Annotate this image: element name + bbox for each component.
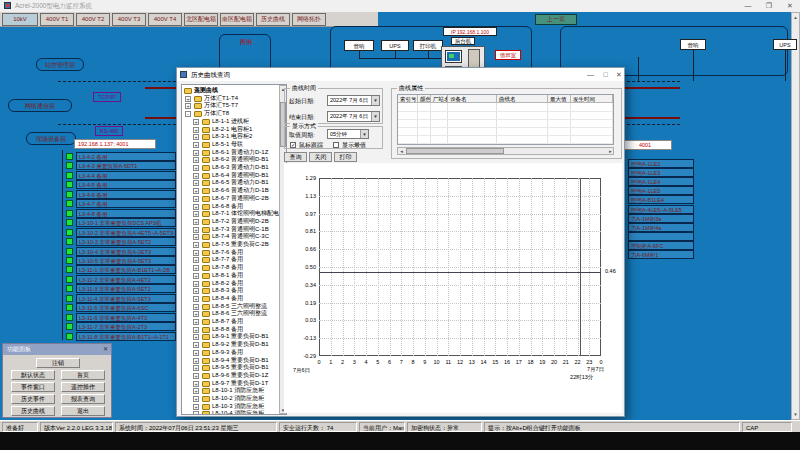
left-list-item[interactable]: L3-11-5 非常重要负荷A-6SC [76,303,176,312]
tree-expand-icon[interactable]: + [193,157,199,163]
dropdown-icon[interactable]: ▼ [371,112,379,121]
tree-item[interactable]: L8-8-4 备用 [212,295,243,303]
prev-page-button[interactable]: 上一页 [535,14,577,25]
tree-item[interactable]: L8-6-2 普通照明D-B1 [212,156,269,164]
close-button[interactable]: 关闭 [309,152,332,162]
left-list-item[interactable]: L3-4-6 备用 [76,190,176,199]
logout-button[interactable]: 注销 [36,358,80,368]
tree-item[interactable]: L8-7-4 普通照明C-3C [212,233,269,241]
left-list-item[interactable]: L3-11-8 非常重要负荷A-B1T1~A-1T1 [76,332,176,341]
tree-item[interactable]: L8-8-1 备用 [212,272,243,280]
tree-expand-icon[interactable]: + [193,327,199,333]
right-list-item[interactable]: 力A-6M柜1 [628,250,694,259]
fp-button-首页[interactable]: 首页 [61,370,105,380]
tree-item[interactable]: L8-6-5 普通动力D-B1 [212,179,269,187]
tree-item[interactable]: L8-8-6 三六照明整流 [212,310,267,318]
tree-expand-icon[interactable]: + [185,96,191,102]
window-close-button[interactable]: ✕ [782,0,798,12]
tree-expand-icon[interactable]: + [193,188,199,194]
tree-expand-icon[interactable]: + [193,358,199,364]
right-list-item[interactable]: 控制柜A-6FC [628,241,694,250]
tree-item[interactable]: L8-7-6 备用 [212,249,243,257]
cursor-hline[interactable] [319,272,601,273]
left-list-item[interactable]: L3-10-1 非常重要负荷DCS APS机 [76,218,176,227]
tree-item[interactable]: L8-7-8 备用 [212,264,243,272]
dialog-close-button[interactable]: ✕ [614,69,624,80]
tree-expand-icon[interactable]: + [193,257,199,263]
tree-expand-icon[interactable]: + [193,288,199,294]
tree-item[interactable]: L8-6-7 普通照明C-2B [212,195,269,203]
tree-item[interactable]: L8-9-3 备用 [212,349,243,357]
left-list-item[interactable]: L3-4-4 备用 [76,171,176,180]
hscroll-left-icon[interactable]: ◄ [398,148,405,154]
tree-expand-icon[interactable]: + [193,404,199,410]
right-list-item[interactable] [628,232,694,241]
left-list-item[interactable]: L3-10-3 非常重要负荷A-5ET2 [76,237,176,246]
tree-item[interactable]: L8-10-2 消防应急柜 [212,395,264,403]
left-list-item[interactable]: L3-10-2 非常重要负荷A-4ET5~A-5ET3 [76,228,176,237]
left-list-item[interactable]: L3-11-2 非常重要负荷A-4ET2 [76,275,176,284]
tree-expand-icon[interactable]: + [193,273,199,279]
tree-item[interactable]: L8-5-1 母联 [212,141,243,149]
fp-button-遥控操作[interactable]: 遥控操作 [61,382,105,392]
tree-expand-icon[interactable]: + [193,381,199,387]
tree-item[interactable]: L8-3-1 电容柜2 [212,133,252,141]
tree-item[interactable]: L8-9-1 重要负荷D-B1 [212,333,269,341]
tree-expand-icon[interactable]: + [193,411,199,415]
tree-expand-icon[interactable]: + [193,396,199,402]
tree-expand-icon[interactable]: + [193,173,199,179]
tree-item[interactable]: 万体汇T8 [204,110,229,118]
right-list-item[interactable]: 照明A-4LE5~A-5LE5 [628,205,694,214]
cursor-vline[interactable] [580,178,581,356]
tree-expand-icon[interactable]: + [193,334,199,340]
right-list-item[interactable]: 照明A-1LE5 [628,186,694,195]
tree-expand-icon[interactable]: + [193,304,199,310]
props-column-header[interactable]: 索引号 [398,95,418,103]
dialog-titlebar[interactable]: 历史曲线查询 — □ ✕ [177,68,624,81]
left-list-item[interactable]: L3-11-1 非常重要负荷A-B1ET1~A-2B [76,265,176,274]
right-list-item[interactable]: 照明A-1LE3 [628,168,694,177]
tree-expand-icon[interactable]: + [193,242,199,248]
tree-expand-icon[interactable]: + [193,227,199,233]
tree-item[interactable]: L8-9-6 重要负荷D-1Z [212,372,268,380]
props-hscrollbar[interactable]: ◄► [397,147,614,155]
props-column-header[interactable]: 设备名 [448,95,497,103]
fp-button-事件窗口[interactable]: 事件窗口 [11,382,55,392]
tree-expand-icon[interactable]: + [193,250,199,256]
tree-expand-icon[interactable]: + [193,350,199,356]
tab-400V T2[interactable]: 400V T2 [76,13,110,26]
tree-expand-icon[interactable]: + [193,373,199,379]
gateway-right-box[interactable]: 4001 [618,140,672,150]
tree-item[interactable]: L8-7-7 备用 [212,256,243,264]
left-list-item[interactable]: L3-10-4 非常重要负荷A-2ET3 [76,247,176,256]
tree-expand-icon[interactable]: + [193,311,199,317]
tree-expand-icon[interactable]: + [193,119,199,125]
start-date-select[interactable]: 2022年 7月 6日▼ [327,95,380,106]
left-list-item[interactable]: L3-10-5 非常重要负荷A-5ET3 [76,256,176,265]
tree-item[interactable]: L8-6-3 普通动力D-B1 [212,164,269,172]
left-list-item[interactable]: L3-11-4 非常重要负荷A-5ET3 [76,294,176,303]
dialog-maximize-button[interactable]: □ [599,69,612,80]
tree-expand-icon[interactable]: + [193,204,199,210]
left-list-item[interactable]: L3-4-8 备用 [76,209,176,218]
tree-item[interactable]: L8-8-7 备用 [212,318,243,326]
dialog-minimize-button[interactable]: — [584,69,597,80]
main-vertical-scrollbar[interactable]: ▲ ▼ [791,12,800,420]
gateway-left-box[interactable]: 192.168.1.137: 4001 [74,139,156,149]
tree-item[interactable]: L8-8-2 备用 [212,280,243,288]
tree-expand-icon[interactable]: + [193,142,199,148]
props-column-header[interactable]: 发生时间 [571,95,613,103]
props-column-header[interactable]: 厂站名 [431,95,448,103]
show-extreme-checkbox[interactable] [333,142,339,148]
tree-item[interactable]: 万体汇T5-T7 [204,102,238,110]
left-list-item[interactable]: L3-4-3 重要负荷A-5DT1 [76,161,176,170]
fp-button-历史曲线[interactable]: 历史曲线 [11,406,55,416]
tab-400V T4[interactable]: 400V T4 [148,13,182,26]
window-minimize-button[interactable]: — [740,0,756,12]
hscroll-thumb[interactable] [406,148,504,154]
tree-item[interactable]: L8-10-1 消防应急柜 [212,387,264,395]
tab-10kV[interactable]: 10kV [2,13,38,26]
fp-button-退出[interactable]: 退出 [61,406,105,416]
tree-expand-icon[interactable]: + [193,127,199,133]
tree-item[interactable]: L8-9-5 重要负荷D-B1 [212,364,269,372]
